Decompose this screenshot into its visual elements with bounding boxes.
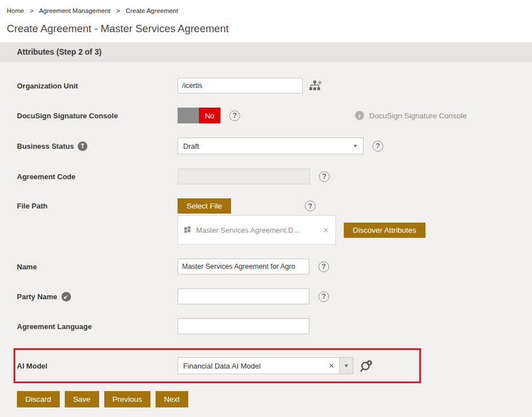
agreement-language-row: Agreement Language: [17, 318, 532, 334]
previous-button[interactable]: Previous: [104, 391, 151, 407]
discard-button[interactable]: Discard: [17, 391, 60, 407]
footer-actions: Discard Save Previous Next: [17, 391, 532, 407]
file-path-line1: Select File ?: [178, 198, 425, 214]
next-button[interactable]: Next: [156, 391, 188, 407]
search-plus-icon[interactable]: [360, 359, 373, 373]
agreement-code-input: [178, 168, 310, 184]
page-title: Create Agreement - Master Services Agree…: [7, 23, 532, 35]
file-path-controls: Select File ?: [178, 198, 425, 245]
organization-unit-input[interactable]: [178, 78, 303, 94]
discover-attributes-button[interactable]: Discover Attributes: [344, 223, 425, 238]
ai-model-label: AI Model: [17, 362, 178, 370]
business-status-select[interactable]: Draft ▼: [178, 137, 363, 154]
business-status-label-text: Business Status: [17, 142, 74, 150]
cascade-arrow-badge: ↙: [61, 292, 71, 301]
docusign-row: DocuSign Signature Console No ? i DocuSi…: [17, 108, 532, 123]
docusign-label: DocuSign Signature Console: [17, 112, 178, 120]
help-icon[interactable]: ?: [305, 201, 316, 211]
file-path-line2: Master Services Agreement.D... ✕ Discove…: [178, 215, 425, 245]
organization-unit-row: Organization Unit: [17, 78, 532, 94]
party-name-row: Party Name ↙ ?: [17, 289, 532, 304]
panel-step-header: Attributes (Step 2 of 3): [0, 42, 532, 62]
file-path-row: File Path Select File ?: [17, 198, 532, 245]
file-path-label: File Path: [17, 198, 178, 210]
business-status-label: Business Status T: [17, 141, 178, 151]
ai-model-value: Financial Data AI Model: [183, 362, 325, 370]
clear-icon[interactable]: ✕: [325, 362, 334, 370]
breadcrumb-home[interactable]: Home: [7, 7, 24, 14]
docusign-toggle-value: No: [199, 108, 220, 123]
name-label: Name: [17, 263, 178, 271]
docusign-info-text: DocuSign Signature Console: [369, 112, 467, 120]
agreement-language-label: Agreement Language: [17, 322, 178, 331]
party-name-label-text: Party Name: [17, 292, 57, 301]
ai-model-combobox[interactable]: Financial Data AI Model ✕ ▼: [178, 357, 353, 374]
docusign-toggle-track: [178, 108, 199, 123]
chevron-down-icon: ▼: [353, 143, 358, 149]
agreement-code-label: Agreement Code: [17, 172, 178, 181]
ai-model-value-box[interactable]: Financial Data AI Model ✕: [178, 357, 340, 374]
selected-file-chip: Master Services Agreement.D... ✕: [178, 215, 336, 245]
name-input[interactable]: [178, 259, 309, 274]
info-icon: i: [355, 111, 364, 120]
breadcrumb: Home > Agreement Management > Create Agr…: [0, 0, 532, 14]
selected-file-name: Master Services Agreement.D...: [196, 226, 318, 234]
save-button[interactable]: Save: [65, 391, 99, 407]
create-agreement-page: Home > Agreement Management > Create Agr…: [0, 0, 532, 417]
name-row: Name ?: [17, 259, 532, 274]
docusign-info: i DocuSign Signature Console: [355, 111, 467, 120]
select-file-button[interactable]: Select File: [178, 198, 231, 214]
agreement-language-input[interactable]: [178, 318, 309, 334]
business-status-row: Business Status T Draft ▼ ?: [17, 137, 532, 154]
party-name-label: Party Name ↙: [17, 292, 178, 301]
breadcrumb-create-agreement[interactable]: Create Agreement: [126, 7, 178, 14]
docusign-toggle[interactable]: No: [178, 108, 220, 123]
remove-file-icon[interactable]: ✕: [323, 226, 329, 234]
attributes-form: Organization Unit DocuSign Signature Con…: [0, 62, 532, 417]
business-status-value: Draft: [183, 142, 199, 150]
agreement-code-row: Agreement Code ?: [17, 168, 532, 184]
file-grid-icon: [184, 227, 191, 233]
org-hierarchy-picker-icon[interactable]: [309, 80, 322, 91]
attributes-panel: Attributes (Step 2 of 3) Organization Un…: [0, 42, 532, 417]
help-icon[interactable]: ?: [319, 171, 330, 182]
breadcrumb-separator: >: [30, 7, 34, 14]
party-name-input[interactable]: [178, 289, 309, 304]
ai-model-highlight-row: AI Model Financial Data AI Model ✕ ▼: [14, 348, 421, 383]
help-icon[interactable]: ?: [229, 110, 240, 121]
breadcrumb-agreement-management[interactable]: Agreement Management: [39, 7, 110, 14]
organization-unit-label: Organization Unit: [17, 82, 178, 90]
breadcrumb-separator: >: [116, 7, 120, 14]
tracked-field-badge: T: [78, 141, 87, 151]
ai-model-dropdown-button[interactable]: ▼: [340, 357, 353, 374]
help-icon[interactable]: ?: [318, 261, 329, 272]
help-icon[interactable]: ?: [318, 291, 329, 302]
help-icon[interactable]: ?: [373, 141, 383, 152]
